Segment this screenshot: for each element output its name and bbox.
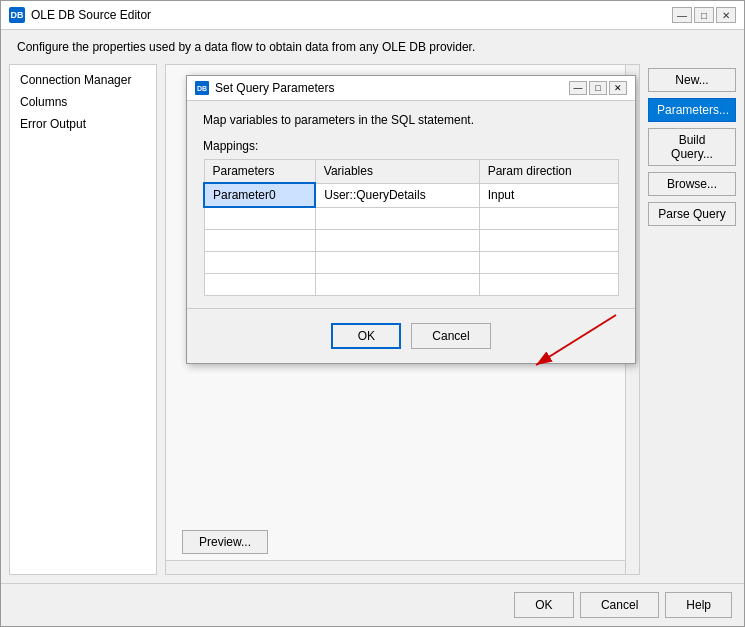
sidebar: Connection Manager Columns Error Output: [9, 64, 157, 575]
app-icon: DB: [9, 7, 25, 23]
cell-direction: Input: [479, 183, 618, 207]
sidebar-item-error-output[interactable]: Error Output: [10, 113, 156, 135]
table-row-empty-2: [204, 229, 619, 251]
build-query-button[interactable]: Build Query...: [648, 128, 736, 166]
parameters-table: Parameters Variables Param direction Par…: [203, 159, 619, 296]
dialog-title-bar: DB Set Query Parameters — □ ✕: [187, 76, 635, 101]
close-button[interactable]: ✕: [716, 7, 736, 23]
dialog-footer: OK Cancel: [187, 308, 635, 363]
table-row-empty-3: [204, 251, 619, 273]
cancel-button[interactable]: Cancel: [580, 592, 659, 618]
cell-parameter: Parameter0: [204, 183, 315, 207]
dialog-cancel-button[interactable]: Cancel: [411, 323, 490, 349]
sidebar-item-columns[interactable]: Columns: [10, 91, 156, 113]
col-header-direction: Param direction: [479, 160, 618, 184]
minimize-button[interactable]: —: [672, 7, 692, 23]
maximize-button[interactable]: □: [694, 7, 714, 23]
help-button[interactable]: Help: [665, 592, 732, 618]
cell-variable: User::QueryDetails: [315, 183, 479, 207]
parse-query-button[interactable]: Parse Query: [648, 202, 736, 226]
dialog-description: Map variables to parameters in the SQL s…: [203, 113, 619, 127]
dialog-title: Set Query Parameters: [215, 81, 563, 95]
dialog-maximize-button[interactable]: □: [589, 81, 607, 95]
ok-button[interactable]: OK: [514, 592, 574, 618]
right-buttons-panel: New... Parameters... Build Query... Brow…: [648, 64, 736, 575]
dialog-content: Map variables to parameters in the SQL s…: [187, 101, 635, 308]
title-bar: DB OLE DB Source Editor — □ ✕: [1, 1, 744, 30]
dialog-minimize-button[interactable]: —: [569, 81, 587, 95]
preview-button[interactable]: Preview...: [182, 530, 268, 554]
center-area: DB Set Query Parameters — □ ✕ Map variab…: [165, 64, 640, 575]
table-row[interactable]: Parameter0 User::QueryDetails Input: [204, 183, 619, 207]
dialog-close-button[interactable]: ✕: [609, 81, 627, 95]
bottom-bar: OK Cancel Help: [1, 583, 744, 626]
sidebar-item-connection-manager[interactable]: Connection Manager: [10, 69, 156, 91]
col-header-variables: Variables: [315, 160, 479, 184]
window-title: OLE DB Source Editor: [31, 8, 666, 22]
dialog-controls: — □ ✕: [569, 81, 627, 95]
description-text: Configure the properties used by a data …: [1, 30, 744, 64]
parameters-button[interactable]: Parameters...: [648, 98, 736, 122]
browse-button[interactable]: Browse...: [648, 172, 736, 196]
table-row-empty-1: [204, 207, 619, 229]
outer-window: DB OLE DB Source Editor — □ ✕ Configure …: [0, 0, 745, 627]
title-bar-controls: — □ ✕: [672, 7, 736, 23]
new-button[interactable]: New...: [648, 68, 736, 92]
preview-area: Preview...: [182, 530, 268, 554]
dialog-ok-button[interactable]: OK: [331, 323, 401, 349]
table-row-empty-4: [204, 273, 619, 295]
main-content: Connection Manager Columns Error Output …: [1, 64, 744, 583]
set-query-parameters-dialog: DB Set Query Parameters — □ ✕ Map variab…: [186, 75, 636, 364]
dialog-icon: DB: [195, 81, 209, 95]
horizontal-scrollbar[interactable]: [166, 560, 639, 574]
col-header-parameters: Parameters: [204, 160, 315, 184]
mappings-label: Mappings:: [203, 139, 619, 153]
